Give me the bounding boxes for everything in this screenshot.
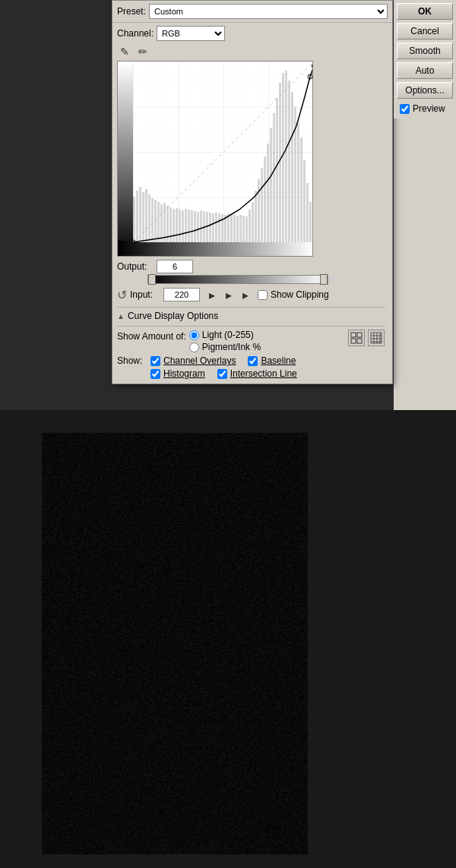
radio-light-row: Light (0-255) bbox=[189, 330, 261, 340]
svg-rect-55 bbox=[288, 80, 290, 242]
svg-rect-36 bbox=[230, 214, 233, 242]
output-input[interactable] bbox=[157, 260, 193, 273]
eyedropper-black[interactable]: ▸ bbox=[204, 287, 220, 302]
grid-4x4-button[interactable] bbox=[348, 330, 365, 346]
radio-pigment[interactable] bbox=[189, 342, 199, 352]
pencil-tool[interactable]: ✏ bbox=[135, 44, 150, 59]
input-row: ↺ Input: ▸ ▸ ▸ Show Clipping bbox=[117, 287, 385, 302]
eyedropper-gray[interactable]: ▸ bbox=[221, 287, 236, 302]
output-gradient bbox=[118, 62, 133, 257]
show-clipping-checkbox[interactable] bbox=[258, 290, 268, 300]
curves-dialog: Preset: Custom Channel: RGB ✎ ✏ bbox=[112, 0, 393, 384]
preset-label: Preset: bbox=[117, 6, 146, 17]
channel-row: Channel: RGB bbox=[117, 26, 385, 41]
smooth-button[interactable]: Smooth bbox=[397, 43, 453, 59]
eyedropper-white[interactable]: ▸ bbox=[238, 287, 253, 302]
radio-light[interactable] bbox=[189, 330, 199, 340]
svg-rect-12 bbox=[157, 202, 160, 242]
svg-rect-32 bbox=[218, 213, 220, 242]
rotate-icon[interactable]: ↺ bbox=[117, 288, 127, 302]
show-amount-label: Show Amount of: bbox=[117, 330, 186, 342]
histogram-checkbox[interactable] bbox=[150, 369, 160, 379]
svg-rect-52 bbox=[279, 83, 281, 242]
show-label: Show: bbox=[117, 355, 147, 366]
curves-canvas[interactable] bbox=[117, 61, 313, 257]
svg-rect-37 bbox=[233, 215, 236, 242]
output-row: Output: bbox=[117, 260, 385, 273]
svg-rect-5 bbox=[136, 191, 138, 242]
dialog-left-panel: Channel: RGB ✎ ✏ bbox=[117, 26, 388, 380]
channel-label: Channel: bbox=[117, 28, 154, 39]
slider-end-marker bbox=[330, 275, 336, 284]
svg-rect-54 bbox=[285, 71, 287, 242]
intersection-row: Intersection Line bbox=[217, 368, 297, 379]
ok-button[interactable]: OK bbox=[397, 3, 453, 20]
intersection-checkbox[interactable] bbox=[217, 369, 227, 379]
radio-group: Light (0-255) Pigment/Ink % bbox=[189, 330, 261, 352]
options-header[interactable]: ▲ Curve Display Options bbox=[117, 311, 385, 321]
svg-rect-49 bbox=[270, 128, 272, 242]
svg-rect-69 bbox=[357, 339, 362, 343]
slider-thumb-white[interactable] bbox=[320, 274, 328, 285]
svg-rect-68 bbox=[351, 339, 356, 343]
svg-rect-67 bbox=[357, 333, 362, 337]
svg-rect-50 bbox=[273, 113, 275, 242]
svg-rect-9 bbox=[148, 194, 150, 242]
svg-rect-10 bbox=[151, 198, 154, 242]
svg-rect-30 bbox=[212, 213, 214, 242]
input-input[interactable] bbox=[163, 288, 200, 301]
preset-select[interactable]: Custom bbox=[149, 4, 388, 19]
options-chevron-icon: ▲ bbox=[117, 312, 125, 320]
svg-rect-56 bbox=[291, 92, 293, 242]
show-checkboxes: Channel Overlays Baseline Histogram bbox=[150, 355, 297, 379]
show-amount-row: Show Amount of: Light (0-255) Pigment/In… bbox=[117, 330, 385, 352]
channel-overlays-checkbox[interactable] bbox=[150, 356, 160, 366]
preview-row: Preview bbox=[397, 102, 453, 115]
auto-button[interactable]: Auto bbox=[397, 62, 453, 79]
grid-icons-group bbox=[348, 330, 385, 346]
radio-pigment-row: Pigment/Ink % bbox=[189, 342, 261, 352]
svg-rect-60 bbox=[303, 160, 306, 242]
svg-rect-62 bbox=[309, 202, 312, 242]
output-slider[interactable] bbox=[147, 275, 328, 284]
svg-rect-23 bbox=[191, 210, 193, 242]
svg-rect-24 bbox=[194, 211, 196, 242]
radio-light-label: Light (0-255) bbox=[202, 330, 254, 340]
slider-thumb-black[interactable] bbox=[148, 274, 156, 285]
right-buttons-panel: OK Cancel Smooth Auto Options... Preview bbox=[394, 0, 456, 118]
svg-rect-45 bbox=[258, 179, 260, 242]
preview-checkbox[interactable] bbox=[400, 104, 410, 114]
input-gradient bbox=[118, 241, 313, 256]
curve-select-tool[interactable]: ✎ bbox=[117, 44, 132, 59]
svg-rect-53 bbox=[282, 73, 284, 242]
options-header-label: Curve Display Options bbox=[128, 311, 218, 321]
curve-tools: ✎ ✏ bbox=[117, 44, 385, 59]
dialog-main-content: Channel: RGB ✎ ✏ bbox=[112, 23, 392, 383]
svg-rect-4 bbox=[133, 197, 135, 242]
svg-rect-39 bbox=[239, 215, 242, 242]
svg-rect-8 bbox=[145, 189, 147, 242]
svg-rect-19 bbox=[179, 210, 181, 242]
options-button[interactable]: Options... bbox=[397, 82, 453, 99]
svg-rect-44 bbox=[255, 191, 257, 242]
cancel-button[interactable]: Cancel bbox=[397, 23, 453, 39]
svg-rect-47 bbox=[264, 156, 266, 242]
input-label: Input: bbox=[130, 289, 160, 300]
baseline-checkbox[interactable] bbox=[248, 356, 258, 366]
divider-line bbox=[117, 326, 385, 327]
intersection-label: Intersection Line bbox=[230, 368, 297, 379]
svg-rect-46 bbox=[261, 168, 263, 242]
svg-rect-20 bbox=[182, 210, 184, 242]
show-row-1: Channel Overlays Baseline bbox=[150, 355, 297, 366]
svg-rect-14 bbox=[163, 203, 166, 242]
grid-16x16-button[interactable] bbox=[368, 330, 385, 346]
radio-pigment-label: Pigment/Ink % bbox=[202, 342, 261, 352]
preview-label: Preview bbox=[413, 103, 445, 114]
svg-rect-7 bbox=[142, 192, 144, 242]
svg-rect-29 bbox=[209, 213, 211, 242]
show-clipping-group: Show Clipping bbox=[258, 289, 329, 300]
baseline-row: Baseline bbox=[248, 355, 296, 366]
channel-select[interactable]: RGB bbox=[157, 26, 225, 41]
svg-rect-48 bbox=[267, 144, 269, 242]
svg-rect-61 bbox=[306, 183, 309, 242]
